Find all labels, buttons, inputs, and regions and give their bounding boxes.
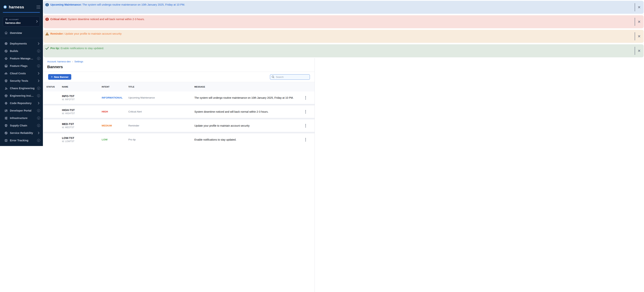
sidebar-item-label: Feature Management (10, 57, 35, 60)
info-icon[interactable]: i (37, 139, 40, 142)
search-input[interactable] (270, 74, 310, 80)
infrastructure-icon (4, 116, 8, 120)
logo-row: harness (0, 0, 43, 9)
row-menu-kebab-icon[interactable] (303, 96, 308, 99)
intent-badge: HIGH (102, 110, 128, 113)
banner-title: Critical Alert (128, 110, 194, 113)
svg-text:$: $ (6, 73, 6, 74)
sidebar-accent-underline (3, 12, 40, 13)
sidebar-item-supply-chain[interactable]: Supply Chain i (0, 122, 43, 129)
sidebar-item-label: Chaos Engineering (10, 87, 35, 90)
banner-success: Pro tip: Enable notifications to stay up… (44, 44, 322, 57)
sidebar-item-label: Supply Chain (10, 124, 35, 127)
sidebar-item-label: Security Tests (10, 79, 36, 82)
builds-icon (4, 49, 8, 53)
sidebar-item-engineering-insights[interactable]: Engineering Insights i (0, 92, 43, 99)
banner-name: MED-TST (62, 123, 102, 126)
sidebar-item-chaos-engineering[interactable]: Chaos Engineering i (0, 85, 43, 92)
service-reliability-icon (4, 131, 8, 135)
breadcrumb-separator: › (72, 60, 73, 63)
sidebar-item-infrastructure[interactable]: Infrastructure i (0, 114, 43, 122)
breadcrumb-account-link[interactable]: Account: harness-dev (47, 60, 71, 63)
sidebar-item-cloud-costs[interactable]: $ Cloud Costs (0, 70, 43, 77)
banner-stack: Upcoming Maintenance: The system will un… (44, 1, 322, 59)
sidebar-item-code-repository[interactable]: Code Repository (0, 99, 43, 107)
intent-badge: LOW (102, 138, 128, 141)
deployments-icon: ∞ (4, 42, 8, 45)
sidebar-item-error-tracking[interactable]: Error Tracking i (0, 137, 43, 144)
breadcrumb-settings-link[interactable]: Settings (74, 60, 83, 63)
intent-badge: MEDIUM (102, 124, 128, 127)
search-box (270, 74, 310, 80)
banner-name: INFO-TST (62, 95, 102, 98)
info-icon[interactable]: i (37, 117, 40, 120)
apps-grid-icon[interactable] (37, 5, 40, 9)
info-icon[interactable]: i (37, 109, 40, 112)
sidebar-item-overview[interactable]: Overview (0, 30, 43, 36)
developer-portal-icon (4, 109, 8, 113)
banner-title: Upcoming Maintenance (128, 96, 194, 99)
row-menu-kebab-icon[interactable] (303, 124, 308, 127)
info-icon[interactable]: i (37, 87, 40, 90)
success-check-icon (45, 47, 49, 50)
column-header-message: MESSAGE (194, 86, 303, 88)
new-banner-button[interactable]: + New Banner (48, 74, 71, 80)
info-icon[interactable]: i (37, 124, 40, 127)
banner-message: Enable notifications to stay updated. (194, 138, 303, 141)
sidebar-item-feature-flags[interactable]: Feature Flags i (0, 62, 43, 70)
banner-message: The system will undergo routine maintena… (194, 96, 303, 99)
banner-name: HIGH-TST (62, 109, 102, 112)
svg-text:∞: ∞ (6, 43, 6, 44)
row-menu-kebab-icon[interactable] (303, 110, 308, 113)
chevron-right-icon (38, 80, 40, 82)
plus-icon: + (51, 75, 52, 79)
sidebar-item-deployments[interactable]: ∞ Deployments (0, 40, 43, 47)
table-row: LOW-TST Id: LOWTST LOW Pro tip Enable no… (44, 133, 314, 146)
info-icon[interactable]: i (37, 49, 40, 52)
account-selector[interactable]: ACCOUNT harness-dev (3, 16, 40, 26)
banner-text: Reminder: Update your profile to maintai… (50, 32, 122, 36)
sidebar-nav: ∞ Deployments Builds i Feature Managemen… (0, 40, 43, 144)
home-icon (4, 31, 8, 35)
banner-text: Pro tip: Enable notifications to stay up… (50, 47, 104, 50)
column-header-title: TITLE (128, 86, 194, 88)
column-header-status: STATUS (46, 86, 62, 88)
warning-icon (45, 32, 49, 36)
critical-icon (45, 17, 49, 22)
table-row: HIGH-TST Id: HIGHTST HIGH Critical Alert… (44, 105, 314, 118)
account-name: harness-dev (5, 21, 35, 24)
row-menu-kebab-icon[interactable] (303, 138, 308, 141)
column-header-intent: INTENT (102, 86, 128, 88)
banner-message: System downtime noticed and will back no… (194, 110, 303, 113)
banner-message: Update your profile to maintain account … (194, 124, 303, 127)
sidebar-item-label: Developer Portal (10, 109, 35, 112)
info-icon[interactable]: i (37, 57, 40, 60)
sidebar-item-security-tests[interactable]: Security Tests (0, 77, 43, 85)
sidebar-item-label: Cloud Costs (10, 72, 36, 75)
sidebar-item-service-reliability[interactable]: Service Reliability (0, 129, 43, 137)
warning-icon (45, 32, 49, 36)
sidebar-item-label: Overview (10, 31, 22, 34)
chevron-right-icon (38, 42, 40, 45)
info-icon[interactable]: i (37, 64, 40, 67)
breadcrumb: Account: harness-dev › Settings (44, 58, 314, 63)
banner-name: LOW-TST (62, 137, 102, 140)
table-row: MED-TST Id: MEDTST MEDIUM Reminder Updat… (44, 119, 314, 132)
info-icon[interactable]: i (37, 94, 40, 97)
banner-id: Id: LOWTST (62, 140, 102, 143)
sidebar-item-label: Builds (10, 49, 35, 52)
sidebar-item-builds[interactable]: Builds i (0, 47, 43, 55)
error-tracking-icon (4, 139, 8, 142)
banner-title: Reminder (128, 124, 194, 127)
logo-text: harness (9, 5, 24, 9)
supply-chain-icon (4, 124, 8, 127)
sidebar-item-label: Deployments (10, 42, 36, 45)
info-icon (45, 3, 49, 6)
sidebar-item-developer-portal[interactable]: Developer Portal i (0, 107, 43, 114)
intent-badge: INFORMATIONAL (102, 96, 128, 99)
critical-icon (45, 17, 49, 21)
sidebar-item-feature-management[interactable]: Feature Management i (0, 55, 43, 62)
sidebar-item-label: Engineering Insights (10, 94, 35, 97)
banner-critical: Critical Alert: System downtime noticed … (44, 15, 322, 28)
banner-text: Critical Alert: System downtime noticed … (50, 17, 145, 21)
